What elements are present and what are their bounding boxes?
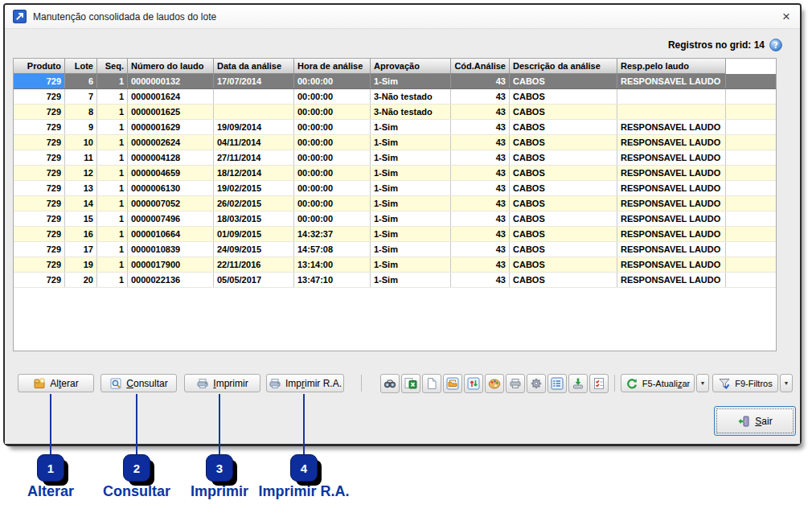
- grid-cell: 26/02/2015: [214, 196, 294, 211]
- consultar-button-label: Consultar: [126, 378, 167, 389]
- palette-button[interactable]: [485, 374, 504, 393]
- grid-row[interactable]: 729101000000262404/11/201400:00:001-Sim4…: [14, 135, 776, 150]
- f9-filtros-button[interactable]: F9-Filtros: [712, 374, 778, 392]
- grid-cell: 7: [65, 89, 97, 104]
- column-header[interactable]: Descrição da análise: [510, 59, 617, 74]
- grid-row[interactable]: 72981000000162500:00:003-Não testado43CA…: [14, 105, 776, 120]
- grid-cell: 0000022136: [128, 273, 214, 287]
- grid-cell: 24/09/2015: [214, 242, 294, 256]
- grid-cell: 729: [14, 196, 65, 211]
- grid-row[interactable]: 72971000000162400:00:003-Não testado43CA…: [14, 89, 776, 105]
- sort-columns-button[interactable]: [464, 374, 483, 393]
- grid-cell: 00:00:00: [294, 150, 371, 165]
- grid-cell: 1-Sim: [371, 227, 451, 241]
- grid-row[interactable]: 729161000001066401/09/201514:32:371-Sim4…: [14, 227, 776, 242]
- column-header[interactable]: Seq.: [97, 59, 128, 74]
- document-icon: [425, 377, 438, 390]
- filter-icon: [718, 377, 731, 390]
- grid-cell: 729: [14, 105, 65, 119]
- grid-row[interactable]: 72961000000013217/07/201400:00:001-Sim43…: [14, 74, 776, 89]
- download-button[interactable]: [568, 374, 588, 393]
- grid-cell: 43: [451, 89, 510, 104]
- chevron-down-icon: ▼: [700, 380, 706, 386]
- grid-cell: 729: [14, 120, 65, 134]
- grid-rows: 72961000000013217/07/201400:00:001-Sim43…: [14, 74, 776, 288]
- grid-row[interactable]: 729151000000749618/03/201500:00:001-Sim4…: [14, 211, 776, 227]
- grid-cell: 0000001625: [128, 105, 214, 119]
- title-bar: Manutenção consolidada de laudos do lote…: [5, 5, 800, 29]
- printer-small-icon: [509, 377, 522, 390]
- grid-row[interactable]: 729141000000705226/02/201500:00:001-Sim4…: [14, 196, 776, 211]
- f9-filtros-dropdown[interactable]: ▼: [780, 374, 793, 392]
- column-header[interactable]: Resp.pelo laudo: [617, 59, 726, 74]
- grid-cell: RESPONSAVEL LAUDO: [617, 227, 726, 241]
- exit-door-icon: [737, 415, 750, 428]
- imprimir-ra-button[interactable]: Imprimir R.A.: [266, 374, 344, 392]
- column-header[interactable]: Lote: [65, 59, 97, 74]
- binoculars-button[interactable]: [380, 374, 400, 393]
- grid-cell: 1-Sim: [371, 135, 451, 150]
- grid-row[interactable]: 729191000001790022/11/201613:14:001-Sim4…: [14, 257, 776, 273]
- folder-export-icon: [446, 377, 459, 390]
- grid-cell: 1: [97, 242, 128, 256]
- grid-cell: 13:47:10: [294, 273, 371, 287]
- grid-cell: 12: [65, 166, 97, 180]
- grid-cell: 43: [451, 211, 510, 226]
- grid-cell: 00:00:00: [294, 105, 371, 119]
- grid-cell: 1: [97, 74, 128, 88]
- grid-row[interactable]: 729111000000412827/11/201400:00:001-Sim4…: [14, 150, 776, 166]
- toolbar: Alterar Consultar Imprimir Imprimir R.A.: [5, 373, 800, 395]
- document-button[interactable]: [422, 374, 441, 393]
- grid-row[interactable]: 729171000001083924/09/201514:57:081-Sim4…: [14, 242, 776, 257]
- column-header[interactable]: Número do laudo: [128, 59, 214, 74]
- preview-icon: [109, 377, 122, 390]
- app-icon: [13, 10, 27, 23]
- f9-filtros-label: F9-Filtros: [735, 379, 772, 388]
- grid-cell: 18/03/2015: [214, 211, 294, 226]
- callout-label: Imprimir: [191, 483, 248, 500]
- grid-cell: 0000002624: [128, 135, 214, 150]
- grid-cell: 1: [97, 181, 128, 195]
- grid-cell: 9: [65, 120, 97, 134]
- grid-cell: 13:14:00: [294, 257, 371, 272]
- grid-cell: 43: [451, 105, 510, 119]
- grid-cell: CABOS: [510, 89, 617, 104]
- grid-cell: 729: [14, 74, 65, 88]
- grid-cell: CABOS: [510, 196, 617, 211]
- grid-cell: RESPONSAVEL LAUDO: [617, 150, 726, 165]
- exit-button[interactable]: Sair: [714, 406, 796, 436]
- grid-row[interactable]: 72991000000162919/09/201400:00:001-Sim43…: [14, 120, 776, 135]
- help-icon[interactable]: ?: [769, 39, 782, 51]
- checklist-button[interactable]: [589, 374, 609, 393]
- close-button[interactable]: ×: [781, 10, 792, 23]
- grid-cell: 1: [97, 105, 128, 119]
- imprimir-button[interactable]: Imprimir: [184, 374, 260, 392]
- f5-atualizar-button[interactable]: F5-Atualizar: [621, 374, 695, 392]
- column-header[interactable]: Data da análise: [214, 59, 294, 74]
- consultar-button[interactable]: Consultar: [100, 374, 177, 392]
- column-header[interactable]: Produto: [14, 59, 65, 74]
- grid-row[interactable]: 729121000000465918/12/201400:00:001-Sim4…: [14, 166, 776, 181]
- grid-config-button[interactable]: [547, 374, 567, 393]
- column-header[interactable]: Hora de análise: [294, 59, 371, 74]
- grid-row[interactable]: 729201000002213605/05/201713:47:101-Sim4…: [14, 273, 776, 288]
- excel-export-button[interactable]: [401, 374, 420, 393]
- grid-cell: RESPONSAVEL LAUDO: [617, 196, 726, 211]
- grid-row[interactable]: 729131000000613019/02/201500:00:001-Sim4…: [14, 181, 776, 196]
- refresh-icon: [625, 377, 638, 390]
- gear-button[interactable]: [527, 374, 546, 393]
- printer-small-button[interactable]: [506, 374, 525, 393]
- grid-cell: CABOS: [510, 242, 617, 256]
- grid-cell: 14:32:37: [294, 227, 371, 241]
- f5-atualizar-dropdown[interactable]: ▼: [696, 374, 709, 392]
- grid-cell: 05/05/2017: [214, 273, 294, 287]
- alterar-button[interactable]: Alterar: [18, 374, 94, 392]
- column-header[interactable]: Aprovação: [371, 59, 451, 74]
- exit-button-label: Sair: [755, 416, 772, 427]
- grid-cell: 16: [65, 227, 97, 241]
- grid-cell: 13: [65, 181, 97, 195]
- folder-export-button[interactable]: [443, 374, 462, 393]
- grid-cell: 1-Sim: [371, 181, 451, 195]
- grid-cell: 1: [97, 166, 128, 180]
- column-header[interactable]: Cód.Análise: [451, 59, 510, 74]
